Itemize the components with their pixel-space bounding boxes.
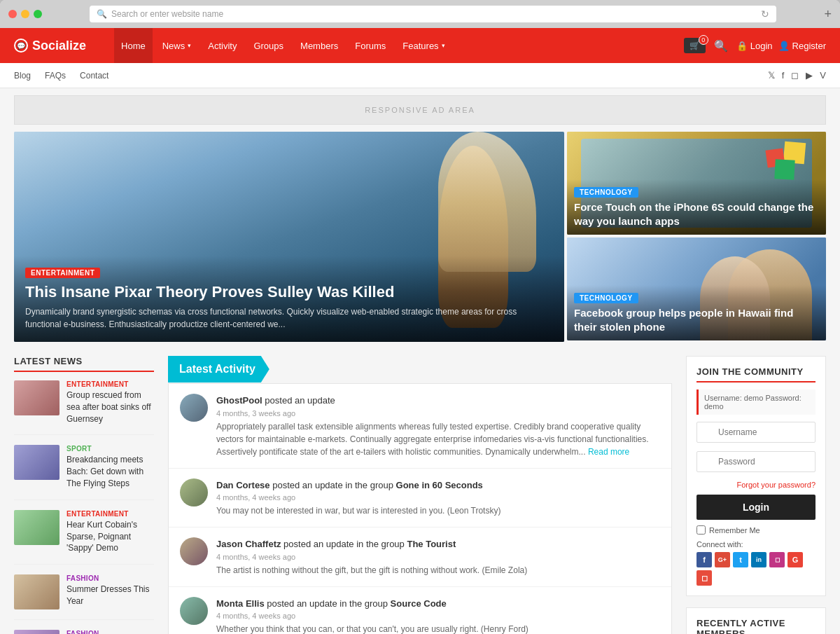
lock-icon: 🔒 <box>736 41 748 51</box>
hero-top-right-tag: TECHNOLOGY <box>574 187 638 198</box>
login-button[interactable]: 🔒 Login <box>736 41 773 51</box>
google-plus-connect-button[interactable]: G+ <box>715 552 730 567</box>
forgot-password-link[interactable]: Forgot your password? <box>696 481 816 489</box>
group-link[interactable]: Source Code <box>391 598 447 609</box>
news-item[interactable]: ENTERTAINMENT Hear Kurt Cobain's Sparse,… <box>14 510 154 565</box>
news-category: FASHION <box>66 630 154 634</box>
chevron-down-icon: ▾ <box>188 42 191 49</box>
activity-content: GhostPool posted an update 4 months, 3 w… <box>216 394 660 458</box>
site-logo[interactable]: 💬 Socialize <box>14 39 86 53</box>
news-meta: ENTERTAINMENT Group rescued from sea aft… <box>66 380 154 425</box>
new-tab-button[interactable]: + <box>824 7 832 22</box>
activity-text: GhostPool posted an update <box>216 394 660 408</box>
username-input[interactable] <box>696 422 816 443</box>
news-thumbnail <box>14 445 59 480</box>
instagram-connect-button[interactable]: ◻ <box>769 552 785 567</box>
activity-text: Monta Ellis posted an update in the grou… <box>216 597 660 611</box>
blog-link[interactable]: Blog <box>14 71 31 81</box>
password-input[interactable] <box>696 451 816 472</box>
nav-members[interactable]: Members <box>293 28 345 63</box>
user-avatar[interactable] <box>180 537 208 565</box>
news-meta: ENTERTAINMENT Hear Kurt Cobain's Sparse,… <box>66 510 154 554</box>
news-thumbnail <box>14 630 59 634</box>
hero-main-title: This Insane Pixar Theory Proves Sulley W… <box>25 282 553 303</box>
twitter-icon[interactable]: 𝕏 <box>768 70 775 81</box>
faqs-link[interactable]: FAQs <box>45 71 66 81</box>
browser-window: 🔍 Search or enter website name ↻ + 💬 Soc… <box>0 0 840 634</box>
hero-bottom-right-article[interactable]: TECHNOLOGY Facebook group helps people i… <box>567 237 826 340</box>
news-category: ENTERTAINMENT <box>66 510 154 518</box>
activity-body: Whether you think that you can, or that … <box>216 623 660 634</box>
search-button[interactable]: 🔍 <box>711 36 731 55</box>
activity-header-wrap: Latest Activity <box>168 356 672 383</box>
browser-dots <box>8 10 42 18</box>
hero-top-right-overlay: TECHNOLOGY Force Touch on the iPhone 6S … <box>567 179 826 235</box>
hero-bottom-right-tag: TECHNOLOGY <box>574 293 638 303</box>
nav-activity[interactable]: Activity <box>201 28 244 63</box>
facebook-connect-button[interactable]: f <box>696 552 712 567</box>
facebook-icon[interactable]: f <box>782 70 785 81</box>
contact-link[interactable]: Contact <box>80 71 108 81</box>
join-community-box: JOIN THE COMMUNITY Username: demo Passwo… <box>686 356 826 596</box>
nav-forums[interactable]: Forums <box>348 28 393 63</box>
news-item[interactable]: FASHION 5 Pieces Everyone Will Want From… <box>14 630 154 634</box>
maximize-dot[interactable] <box>34 10 42 18</box>
nav-groups[interactable]: Groups <box>246 28 290 63</box>
news-category: ENTERTAINMENT <box>66 380 154 388</box>
hero-main-desc: Dynamically brand synergistic schemas vi… <box>25 305 553 331</box>
activity-body: You may not be interested in war, but wa… <box>216 504 660 517</box>
activity-body: The artist is nothing without the gift, … <box>216 564 660 577</box>
top-navigation: 💬 Socialize Home News ▾ Activity Groups … <box>0 28 840 63</box>
activity-user[interactable]: Jason Chaffetz <box>216 539 281 549</box>
activity-section-title: Latest Activity <box>168 356 270 383</box>
user-avatar[interactable] <box>180 394 208 422</box>
cart-button[interactable]: 🛒 0 <box>684 38 706 53</box>
activity-user[interactable]: GhostPool <box>216 395 262 406</box>
linkedin-connect-button[interactable]: in <box>751 552 766 567</box>
news-meta: FASHION 5 Pieces Everyone Will Want From… <box>66 630 154 634</box>
remember-me-checkbox[interactable] <box>696 525 706 535</box>
content-area: LATEST NEWS ENTERTAINMENT Group rescued … <box>0 356 840 634</box>
hero-top-right-article[interactable]: TECHNOLOGY Force Touch on the iPhone 6S … <box>567 132 826 235</box>
news-meta: FASHION Summer Dresses This Year <box>66 574 154 609</box>
minimize-dot[interactable] <box>21 10 29 18</box>
search-icon: 🔍 <box>97 9 107 19</box>
address-text: Search or enter website name <box>111 9 223 19</box>
news-item[interactable]: SPORT Breakdancing meets Bach: Get down … <box>14 445 154 499</box>
other-connect-button[interactable]: ◻ <box>696 570 712 586</box>
username-wrapper: 👤 <box>696 422 816 447</box>
user-avatar[interactable] <box>180 597 208 625</box>
news-headline: Group rescued from sea after boat sinks … <box>66 390 154 425</box>
hero-section: ENTERTAINMENT This Insane Pixar Theory P… <box>14 132 826 342</box>
close-dot[interactable] <box>8 10 17 18</box>
nav-features[interactable]: Features ▾ <box>396 28 451 63</box>
login-button[interactable]: Login <box>696 495 816 520</box>
twitter-connect-button[interactable]: t <box>733 552 748 567</box>
activity-user[interactable]: Monta Ellis <box>216 598 265 609</box>
user-avatar[interactable] <box>180 478 208 506</box>
hero-main-overlay: ENTERTAINMENT This Insane Pixar Theory P… <box>14 256 564 342</box>
youtube-icon[interactable]: ▶ <box>806 70 813 81</box>
vimeo-icon[interactable]: V <box>820 70 826 81</box>
demo-hint: Username: demo Password: demo <box>696 390 816 415</box>
news-item[interactable]: FASHION Summer Dresses This Year <box>14 574 154 620</box>
activity-item: Dan Cortese posted an update in the grou… <box>169 469 671 528</box>
social-icons: 𝕏 f ◻ ▶ V <box>768 70 826 81</box>
group-link[interactable]: The Tourist <box>407 539 456 549</box>
nav-news[interactable]: News ▾ <box>155 28 199 63</box>
google-connect-button[interactable]: G <box>788 552 803 567</box>
address-bar[interactable]: 🔍 Search or enter website name ↻ <box>90 6 776 22</box>
pinterest-icon[interactable]: ◻ <box>791 70 799 81</box>
group-link[interactable]: Gone in 60 Seconds <box>396 480 483 490</box>
hero-main-article[interactable]: ENTERTAINMENT This Insane Pixar Theory P… <box>14 132 564 342</box>
activity-time: 4 months, 4 weeks ago <box>216 612 660 620</box>
read-more-link[interactable]: Read more <box>588 447 629 457</box>
recently-active-members: RECENTLY ACTIVE MEMBERS <box>686 607 826 634</box>
register-button[interactable]: 👤 Register <box>778 41 826 51</box>
refresh-icon[interactable]: ↻ <box>761 8 769 20</box>
ad-area: RESPONSIVE AD AREA <box>14 95 826 125</box>
hero-top-right-title: Force Touch on the iPhone 6S could chang… <box>574 200 819 228</box>
nav-home[interactable]: Home <box>114 28 153 63</box>
news-item[interactable]: ENTERTAINMENT Group rescued from sea aft… <box>14 380 154 435</box>
activity-user[interactable]: Dan Cortese <box>216 480 270 490</box>
